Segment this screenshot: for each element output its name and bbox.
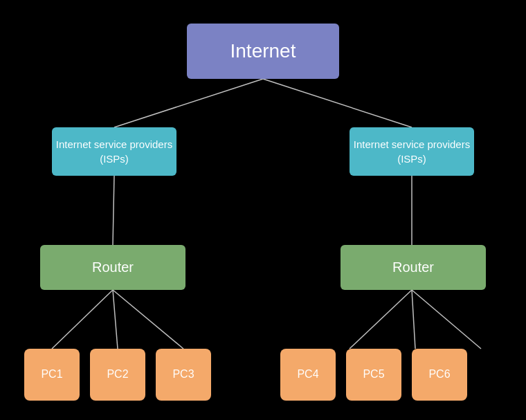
router-right-node: Router (341, 245, 486, 290)
pc3-label: PC3 (172, 368, 194, 381)
pc4-label: PC4 (297, 368, 318, 381)
pc1-node: PC1 (24, 349, 80, 401)
pc5-label: PC5 (363, 368, 384, 381)
pc3-node: PC3 (156, 349, 211, 401)
pc2-node: PC2 (90, 349, 145, 401)
svg-line-9 (412, 290, 481, 349)
isp-left-node: Internet service providers (ISPs) (52, 127, 176, 176)
svg-line-8 (412, 290, 415, 349)
internet-label: Internet (230, 40, 296, 62)
router-left-node: Router (40, 245, 185, 290)
svg-line-0 (114, 79, 263, 127)
router-left-label: Router (92, 259, 134, 275)
svg-line-2 (113, 176, 114, 245)
isp-right-node: Internet service providers (ISPs) (350, 127, 474, 176)
svg-line-1 (263, 79, 412, 127)
pc6-label: PC6 (428, 368, 450, 381)
internet-node: Internet (187, 24, 339, 79)
pc6-node: PC6 (412, 349, 467, 401)
pc1-label: PC1 (41, 368, 62, 381)
pc4-node: PC4 (280, 349, 336, 401)
isp-right-label: Internet service providers (ISPs) (350, 137, 474, 166)
network-diagram: Internet Internet service providers (ISP… (7, 10, 519, 411)
pc5-node: PC5 (346, 349, 401, 401)
svg-line-5 (113, 290, 118, 349)
isp-left-label: Internet service providers (ISPs) (52, 137, 176, 166)
svg-line-4 (52, 290, 113, 349)
router-right-label: Router (392, 259, 434, 275)
svg-line-7 (350, 290, 412, 349)
svg-line-6 (113, 290, 183, 349)
pc2-label: PC2 (107, 368, 128, 381)
